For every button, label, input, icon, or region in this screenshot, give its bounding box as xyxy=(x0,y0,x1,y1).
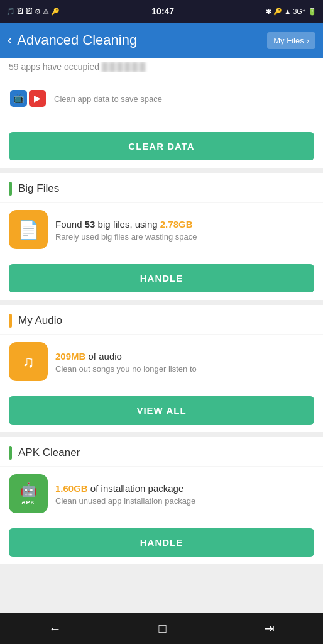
status-left-icons: 🎵 🖼 🖼 ⚙ ⚠ 🔑 xyxy=(6,8,60,16)
big-files-row: 📄 Found 53 big files, using 2.78GB Rarel… xyxy=(0,203,323,257)
my-audio-card: My Audio ♫ 209MB of audio Clean out song… xyxy=(0,305,323,432)
app-icon-red: ▶ xyxy=(29,90,46,107)
app-data-icon-container: 📺 ▶ xyxy=(9,79,47,117)
nav-back-button[interactable]: ← xyxy=(48,621,61,636)
truncated-apps-text: 59 apps have occupied xyxy=(9,62,102,72)
my-audio-icon: ♫ xyxy=(9,342,48,381)
big-files-title: Big Files xyxy=(18,182,59,195)
apk-cleaner-size: 1.60GB xyxy=(55,483,88,494)
nav-home-button[interactable]: □ xyxy=(158,621,166,636)
truncated-header: 59 apps have occupied ██████ xyxy=(0,58,323,72)
my-audio-size-text: of audio xyxy=(85,351,122,362)
big-files-count: 53 xyxy=(85,219,96,230)
back-button[interactable]: ‹ xyxy=(8,32,12,48)
my-files-button[interactable]: My Files › xyxy=(267,32,315,49)
big-files-header: Big Files xyxy=(0,173,323,203)
apk-cleaner-card: APK Cleaner 🤖 APK 1.60GB of installation… xyxy=(0,437,323,564)
android-robot-icon: 🤖 xyxy=(20,482,37,498)
status-bar: 🎵 🖼 🖼 ⚙ ⚠ 🔑 10:47 ✱ 🔑 ▲ 3G⁺ 🔋 xyxy=(0,0,323,23)
my-audio-title: My Audio xyxy=(18,314,62,327)
truncated-blur: ██████ xyxy=(102,62,147,72)
apk-cleaner-stat: 1.60GB of installation package xyxy=(55,482,314,495)
big-files-icon: 📄 xyxy=(9,210,48,249)
app-icon-blue: 📺 xyxy=(10,90,27,107)
view-all-button[interactable]: VIEW ALL xyxy=(9,396,314,425)
app-data-subtitle: Clean app data to save space xyxy=(54,94,314,104)
my-files-label: My Files xyxy=(273,36,304,45)
app-data-info: Clean app data to save space xyxy=(54,93,314,104)
status-time: 10:47 xyxy=(151,6,174,16)
big-files-stat: Found 53 big files, using 2.78GB xyxy=(55,218,314,231)
apk-size-text: of installation package xyxy=(88,483,184,494)
my-audio-size: 209MB xyxy=(55,351,85,362)
big-files-card: Big Files 📄 Found 53 big files, using 2.… xyxy=(0,173,323,300)
notification-icons: 🎵 🖼 🖼 ⚙ ⚠ 🔑 xyxy=(6,8,60,16)
apk-cleaner-icon: 🤖 APK xyxy=(9,474,48,513)
status-right-icons: ✱ 🔑 ▲ 3G⁺ 🔋 xyxy=(266,8,317,16)
my-audio-stat: 209MB of audio xyxy=(55,350,314,363)
big-files-handle-button[interactable]: HANDLE xyxy=(9,264,314,292)
my-audio-bar-icon xyxy=(9,314,12,328)
top-navigation-bar: ‹ Advanced Cleaning My Files › xyxy=(0,23,323,58)
my-files-arrow-icon: › xyxy=(307,36,309,45)
clear-data-button[interactable]: CLEAR DATA xyxy=(9,132,314,160)
apk-cleaner-bar-icon xyxy=(9,446,12,460)
apk-handle-button[interactable]: HANDLE xyxy=(9,528,314,557)
apk-cleaner-row: 🤖 APK 1.60GB of installation package Cle… xyxy=(0,467,323,521)
apk-label: APK xyxy=(21,499,35,506)
big-files-info: Found 53 big files, using 2.78GB Rarely … xyxy=(55,218,314,242)
my-audio-info: 209MB of audio Clean out songs you no lo… xyxy=(55,350,314,374)
page-title: Advanced Cleaning xyxy=(17,32,137,48)
connectivity-icons: ✱ 🔑 ▲ 3G⁺ 🔋 xyxy=(266,8,317,16)
apk-cleaner-subtitle: Clean unused app installation package xyxy=(55,496,314,506)
apk-cleaner-header: APK Cleaner xyxy=(0,437,323,467)
app-data-card: 59 apps have occupied ██████ 📺 ▶ Clean a… xyxy=(0,58,323,168)
main-content: 59 apps have occupied ██████ 📺 ▶ Clean a… xyxy=(0,58,323,613)
my-audio-subtitle: Clean out songs you no longer listen to xyxy=(55,364,314,374)
big-files-subtitle: Rarely used big files are wasting space xyxy=(55,232,314,242)
app-data-row: 📺 ▶ Clean app data to save space xyxy=(0,72,323,125)
apk-cleaner-info: 1.60GB of installation package Clean unu… xyxy=(55,482,314,506)
bottom-navigation-bar: ← □ ⇥ xyxy=(0,613,323,644)
big-files-size: 2.78GB xyxy=(160,219,193,230)
my-audio-row: ♫ 209MB of audio Clean out songs you no … xyxy=(0,335,323,389)
big-files-bar-icon xyxy=(9,182,12,196)
nav-recent-button[interactable]: ⇥ xyxy=(264,621,275,636)
my-audio-header: My Audio xyxy=(0,305,323,335)
apk-cleaner-title: APK Cleaner xyxy=(18,447,80,459)
